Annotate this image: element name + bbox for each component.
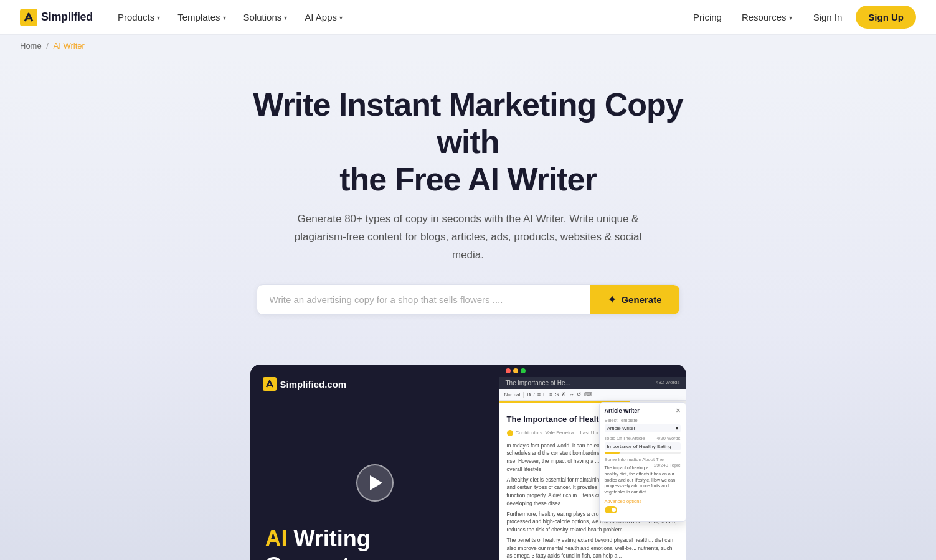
editor-title-bar: The importance of He... 482 Words [499,377,686,389]
author-dot [507,430,513,436]
generate-icon: ✦ [608,294,616,306]
advanced-toggle[interactable] [605,506,617,513]
nav-item-solutions[interactable]: Solutions ▾ [236,7,295,27]
chevron-down-icon: ▾ [223,14,226,21]
search-bar: ✦ Generate [257,284,680,315]
toolbar-item[interactable]: Normal [504,392,521,398]
panel-row-topic: Topic Of The Article 4/20 Words Importan… [605,436,681,454]
nav-item-ai-apps[interactable]: AI Apps ▾ [297,7,350,27]
nav-item-resources[interactable]: Resources ▾ [734,7,800,27]
video-brand: Simplified.com [263,377,347,391]
video-title-text: AI Writing Generator [265,525,485,560]
panel-info-label: Some Information About The 29/240 Topic [605,457,681,462]
play-button[interactable] [356,464,394,502]
editor-toolbar: Normal | B I ≡ E ≡ S ✗ ↔ ↺ ⌨ [499,389,686,401]
hero-title: Write Instant Marketing Copy with the Fr… [225,86,711,198]
topic-progress-fill [605,452,620,454]
word-count: 482 Words [656,380,680,385]
chevron-down-icon: ▾ [157,14,160,21]
toolbar-item[interactable]: ≡ [549,391,552,398]
logo-link[interactable]: Simplified [20,9,93,26]
nav-item-templates[interactable]: Templates ▾ [170,7,233,27]
toolbar-italic[interactable]: I [533,391,535,398]
video-left-panel: Simplified.com AI Writing Generator [250,365,499,560]
chevron-down-icon: ▾ [789,14,792,21]
toolbar-bold[interactable]: B [527,391,531,398]
video-brand-icon [263,377,277,391]
editor-para-4: The benefits of healthy eating extend be… [507,536,679,560]
navbar: Simplified Products ▾ Templates ▾ Soluti… [0,0,936,35]
hero-description: Generate 80+ types of copy in seconds wi… [294,210,643,264]
toolbar-item[interactable]: ↺ [577,391,582,398]
editor-topbar [499,365,686,377]
signup-button[interactable]: Sign Up [856,6,916,29]
video-right-editor: The importance of He... 482 Words Normal… [499,365,686,560]
generate-button[interactable]: ✦ Generate [590,285,679,314]
signin-button[interactable]: Sign In [805,7,851,27]
video-container: Simplified.com AI Writing Generator The … [250,365,686,560]
play-icon [370,475,382,490]
window-dot-yellow [513,368,518,373]
nav-right: Pricing Resources ▾ Sign In Sign Up [686,6,916,29]
panel-row-advanced: Advanced options [605,498,681,513]
panel-topic-value: Importance of Healthy Eating [605,442,681,450]
breadcrumb-separator: / [46,41,49,50]
article-writer-panel: Article Writer ✕ Select Template Article… [599,402,686,522]
chevron-down-icon: ▾ [676,426,678,431]
window-dot-red [506,368,511,373]
topic-progress [605,452,681,454]
panel-topic-label: Topic Of The Article 4/20 Words [605,436,681,441]
nav-links: Products ▾ Templates ▾ Solutions ▾ AI Ap… [110,7,686,27]
logo-text: Simplified [41,11,93,24]
simplified-logo-icon [20,9,37,26]
nav-item-pricing[interactable]: Pricing [686,7,729,27]
video-section: Simplified.com AI Writing Generator The … [0,335,936,560]
panel-row-info: Some Information About The 29/240 Topic … [605,457,681,495]
toolbar-item[interactable]: ✗ [561,391,566,398]
nav-item-products[interactable]: Products ▾ [110,7,168,27]
close-icon[interactable]: ✕ [676,408,681,414]
toolbar-item[interactable]: S [555,391,559,398]
panel-info-text: The impact of having a healthy diet, the… [605,465,681,495]
panel-advanced-label[interactable]: Advanced options [605,498,681,504]
toolbar-item[interactable]: ↔ [569,391,574,398]
panel-template-value[interactable]: Article Writer ▾ [605,424,681,432]
toolbar-item[interactable]: ≡ [537,391,541,398]
svg-rect-1 [263,377,277,391]
video-brand-text: Simplified.com [280,379,347,390]
toolbar-item[interactable]: E [543,391,547,398]
ai-highlight: AI [265,526,288,551]
toolbar-item[interactable]: ⌨ [584,391,592,398]
search-input[interactable] [257,286,591,314]
svg-rect-0 [20,9,37,26]
breadcrumb: Home / AI Writer [0,35,936,57]
window-dot-green [521,368,526,373]
breadcrumb-current: AI Writer [54,41,85,50]
breadcrumb-home-link[interactable]: Home [20,41,42,50]
chevron-down-icon: ▾ [284,14,287,21]
panel-row-template: Select Template Article Writer ▾ [605,418,681,432]
chevron-down-icon: ▾ [339,14,343,21]
hero-section: Write Instant Marketing Copy with the Fr… [0,57,936,335]
panel-header: Article Writer ✕ [605,408,681,414]
